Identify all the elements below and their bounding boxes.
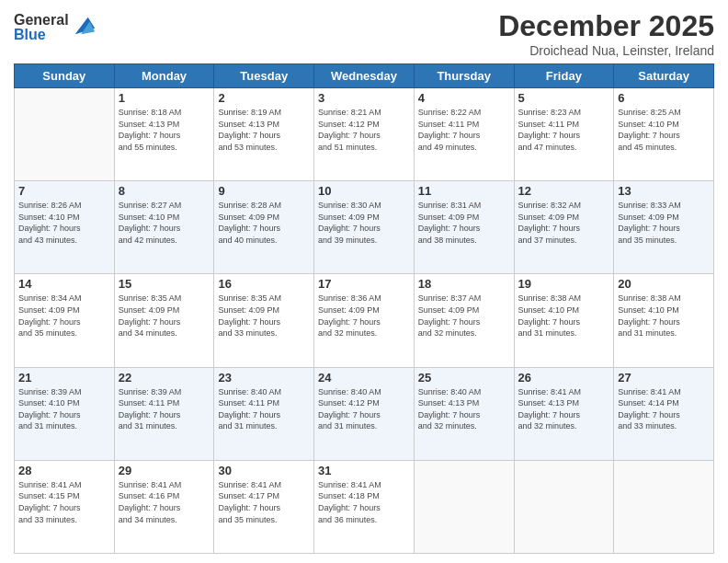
day-number: 27 <box>618 371 710 385</box>
day-info: Sunrise: 8:41 AMSunset: 4:17 PMDaylight:… <box>218 479 310 525</box>
day-info: Sunrise: 8:39 AMSunset: 4:11 PMDaylight:… <box>119 386 210 432</box>
weekday-header-monday: Monday <box>114 64 214 88</box>
calendar-cell: 8Sunrise: 8:27 AMSunset: 4:10 PMDaylight… <box>114 181 214 274</box>
day-number: 24 <box>318 371 410 385</box>
day-number: 8 <box>119 184 210 198</box>
day-info: Sunrise: 8:34 AMSunset: 4:09 PMDaylight:… <box>18 293 110 339</box>
calendar-cell: 5Sunrise: 8:23 AMSunset: 4:11 PMDaylight… <box>514 88 614 181</box>
day-info: Sunrise: 8:40 AMSunset: 4:12 PMDaylight:… <box>318 386 410 432</box>
day-number: 18 <box>418 277 510 291</box>
calendar-cell: 30Sunrise: 8:41 AMSunset: 4:17 PMDayligh… <box>214 460 314 553</box>
day-number: 17 <box>318 277 410 291</box>
day-number: 6 <box>618 91 710 105</box>
day-info: Sunrise: 8:39 AMSunset: 4:10 PMDaylight:… <box>18 386 110 432</box>
logo-text: General Blue <box>14 13 69 42</box>
calendar-week-row: 14Sunrise: 8:34 AMSunset: 4:09 PMDayligh… <box>15 274 714 367</box>
weekday-header-row: SundayMondayTuesdayWednesdayThursdayFrid… <box>15 64 714 88</box>
day-number: 16 <box>218 277 310 291</box>
calendar-cell: 23Sunrise: 8:40 AMSunset: 4:11 PMDayligh… <box>214 367 314 460</box>
day-info: Sunrise: 8:32 AMSunset: 4:09 PMDaylight:… <box>518 200 610 246</box>
calendar-week-row: 28Sunrise: 8:41 AMSunset: 4:15 PMDayligh… <box>15 460 714 553</box>
day-info: Sunrise: 8:18 AMSunset: 4:13 PMDaylight:… <box>119 107 210 153</box>
day-number: 7 <box>18 184 110 198</box>
day-number: 4 <box>418 91 510 105</box>
calendar-cell: 12Sunrise: 8:32 AMSunset: 4:09 PMDayligh… <box>514 181 614 274</box>
day-info: Sunrise: 8:41 AMSunset: 4:14 PMDaylight:… <box>618 386 710 432</box>
calendar-cell: 29Sunrise: 8:41 AMSunset: 4:16 PMDayligh… <box>114 460 214 553</box>
day-number: 14 <box>18 277 110 291</box>
day-info: Sunrise: 8:38 AMSunset: 4:10 PMDaylight:… <box>618 293 710 339</box>
weekday-header-friday: Friday <box>514 64 614 88</box>
title-block: December 2025 Droichead Nua, Leinster, I… <box>498 9 714 58</box>
calendar-cell: 9Sunrise: 8:28 AMSunset: 4:09 PMDaylight… <box>214 181 314 274</box>
day-info: Sunrise: 8:31 AMSunset: 4:09 PMDaylight:… <box>418 200 510 246</box>
calendar-cell: 25Sunrise: 8:40 AMSunset: 4:13 PMDayligh… <box>414 367 514 460</box>
day-info: Sunrise: 8:21 AMSunset: 4:12 PMDaylight:… <box>318 107 410 153</box>
page: General Blue December 2025 Droichead Nua… <box>0 0 728 563</box>
calendar-cell: 17Sunrise: 8:36 AMSunset: 4:09 PMDayligh… <box>314 274 415 367</box>
logo-blue: Blue <box>14 28 69 42</box>
day-number: 15 <box>119 277 210 291</box>
day-number: 19 <box>518 277 610 291</box>
calendar-cell: 15Sunrise: 8:35 AMSunset: 4:09 PMDayligh… <box>114 274 214 367</box>
calendar-week-row: 7Sunrise: 8:26 AMSunset: 4:10 PMDaylight… <box>15 181 714 274</box>
day-info: Sunrise: 8:25 AMSunset: 4:10 PMDaylight:… <box>618 107 710 153</box>
month-title: December 2025 <box>498 9 714 43</box>
calendar-cell: 4Sunrise: 8:22 AMSunset: 4:11 PMDaylight… <box>414 88 514 181</box>
calendar-cell: 3Sunrise: 8:21 AMSunset: 4:12 PMDaylight… <box>314 88 415 181</box>
calendar-cell: 10Sunrise: 8:30 AMSunset: 4:09 PMDayligh… <box>314 181 415 274</box>
calendar-cell: 14Sunrise: 8:34 AMSunset: 4:09 PMDayligh… <box>15 274 115 367</box>
day-number: 25 <box>418 371 510 385</box>
weekday-header-wednesday: Wednesday <box>314 64 415 88</box>
calendar-cell: 27Sunrise: 8:41 AMSunset: 4:14 PMDayligh… <box>614 367 714 460</box>
calendar-cell: 20Sunrise: 8:38 AMSunset: 4:10 PMDayligh… <box>614 274 714 367</box>
calendar-cell: 28Sunrise: 8:41 AMSunset: 4:15 PMDayligh… <box>15 460 115 553</box>
day-info: Sunrise: 8:41 AMSunset: 4:18 PMDaylight:… <box>318 479 410 525</box>
day-number: 1 <box>119 91 210 105</box>
day-info: Sunrise: 8:41 AMSunset: 4:16 PMDaylight:… <box>119 479 210 525</box>
day-number: 23 <box>218 371 310 385</box>
calendar-cell: 26Sunrise: 8:41 AMSunset: 4:13 PMDayligh… <box>514 367 614 460</box>
logo: General Blue <box>14 13 97 42</box>
calendar-cell: 1Sunrise: 8:18 AMSunset: 4:13 PMDaylight… <box>114 88 214 181</box>
calendar-week-row: 1Sunrise: 8:18 AMSunset: 4:13 PMDaylight… <box>15 88 714 181</box>
day-info: Sunrise: 8:41 AMSunset: 4:15 PMDaylight:… <box>18 479 110 525</box>
day-number: 2 <box>218 91 310 105</box>
calendar-cell: 22Sunrise: 8:39 AMSunset: 4:11 PMDayligh… <box>114 367 214 460</box>
day-info: Sunrise: 8:23 AMSunset: 4:11 PMDaylight:… <box>518 107 610 153</box>
calendar-cell: 6Sunrise: 8:25 AMSunset: 4:10 PMDaylight… <box>614 88 714 181</box>
day-info: Sunrise: 8:41 AMSunset: 4:13 PMDaylight:… <box>518 386 610 432</box>
weekday-header-saturday: Saturday <box>614 64 714 88</box>
calendar-table: SundayMondayTuesdayWednesdayThursdayFrid… <box>14 63 714 554</box>
weekday-header-tuesday: Tuesday <box>214 64 314 88</box>
calendar-week-row: 21Sunrise: 8:39 AMSunset: 4:10 PMDayligh… <box>15 367 714 460</box>
day-number: 22 <box>119 371 210 385</box>
day-number: 28 <box>18 464 110 477</box>
day-number: 26 <box>518 371 610 385</box>
calendar-cell <box>614 460 714 553</box>
day-number: 10 <box>318 184 410 198</box>
calendar-cell: 21Sunrise: 8:39 AMSunset: 4:10 PMDayligh… <box>15 367 115 460</box>
calendar-cell: 2Sunrise: 8:19 AMSunset: 4:13 PMDaylight… <box>214 88 314 181</box>
header: General Blue December 2025 Droichead Nua… <box>14 9 714 58</box>
calendar-cell <box>514 460 614 553</box>
day-info: Sunrise: 8:37 AMSunset: 4:09 PMDaylight:… <box>418 293 510 339</box>
day-number: 13 <box>618 184 710 198</box>
logo-icon <box>71 13 97 39</box>
calendar-cell: 13Sunrise: 8:33 AMSunset: 4:09 PMDayligh… <box>614 181 714 274</box>
subtitle: Droichead Nua, Leinster, Ireland <box>498 43 714 58</box>
calendar-cell: 16Sunrise: 8:35 AMSunset: 4:09 PMDayligh… <box>214 274 314 367</box>
weekday-header-sunday: Sunday <box>15 64 115 88</box>
day-info: Sunrise: 8:35 AMSunset: 4:09 PMDaylight:… <box>218 293 310 339</box>
logo-general: General <box>14 13 69 28</box>
day-number: 11 <box>418 184 510 198</box>
calendar-cell: 7Sunrise: 8:26 AMSunset: 4:10 PMDaylight… <box>15 181 115 274</box>
day-number: 3 <box>318 91 410 105</box>
day-info: Sunrise: 8:38 AMSunset: 4:10 PMDaylight:… <box>518 293 610 339</box>
calendar-cell: 31Sunrise: 8:41 AMSunset: 4:18 PMDayligh… <box>314 460 415 553</box>
day-info: Sunrise: 8:30 AMSunset: 4:09 PMDaylight:… <box>318 200 410 246</box>
calendar-cell <box>414 460 514 553</box>
day-info: Sunrise: 8:26 AMSunset: 4:10 PMDaylight:… <box>18 200 110 246</box>
day-number: 5 <box>518 91 610 105</box>
calendar-cell: 19Sunrise: 8:38 AMSunset: 4:10 PMDayligh… <box>514 274 614 367</box>
